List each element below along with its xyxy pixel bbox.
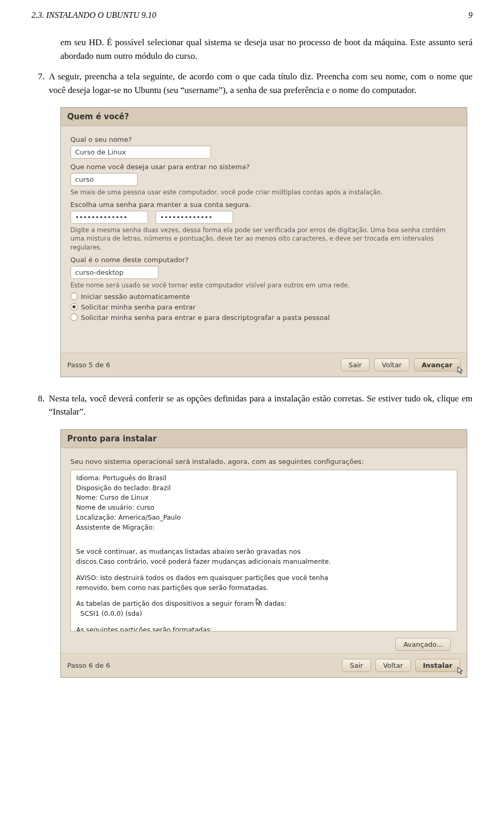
install-button[interactable]: Instalar	[415, 659, 460, 672]
help-hostname: Este nome será usado se você tornar este…	[70, 281, 457, 289]
dialog-title: Pronto para instalar	[61, 430, 467, 448]
input-fullname[interactable]: Curso de Linux	[70, 146, 211, 159]
radio-requirepw[interactable]: Solicitar minha senha para entrar	[70, 303, 457, 311]
partition-device: SCSI1 (0,0,0) (sda)	[76, 609, 452, 619]
step-text: Nesta tela, você deverá conferir se as o…	[49, 392, 472, 419]
label-username: Que nome você deseja usar para entrar no…	[70, 163, 457, 171]
help-password: Digite a mesma senha duas vezes, dessa f…	[70, 226, 457, 252]
page-number: 9	[468, 11, 472, 20]
cfg-location: Localização: America/Sao_Paulo	[76, 513, 452, 523]
back-button[interactable]: Voltar	[374, 358, 410, 371]
summary-box: Idioma: Português do Brasil Disposição d…	[70, 470, 457, 632]
format-header: As seguintes partições serão formatadas:	[76, 625, 452, 632]
section-title: 2.3. INSTALANDO O UBUNTU 9.10	[32, 11, 156, 20]
page-header: 2.3. INSTALANDO O UBUNTU 9.10 9	[32, 11, 472, 20]
warning-continue-2: discos.Caso contrário, você poderá fazer…	[76, 557, 452, 567]
input-hostname[interactable]: curso-desktop	[70, 266, 159, 279]
radio-autologin[interactable]: Iniciar sessão automaticamente	[70, 293, 457, 301]
dialog-title: Quem é você?	[61, 108, 467, 126]
installer-ready-to-install: Pronto para instalar Seu novo sistema op…	[60, 429, 467, 678]
input-password2[interactable]: •••••••••••••	[155, 211, 233, 224]
input-username[interactable]: curso	[70, 173, 138, 186]
installer-who-are-you: Quem é você? Qual o seu nome? Curso de L…	[60, 107, 467, 377]
button-bar: Passo 5 de 6 Sair Voltar Avançar	[61, 353, 467, 377]
warning-destroy-2: removido, bem como nas partições que ser…	[76, 583, 452, 593]
cursor-icon	[457, 667, 464, 675]
label-fullname: Qual o seu nome?	[70, 136, 457, 143]
radio-label: Iniciar sessão automaticamente	[81, 293, 190, 301]
summary-intro: Seu novo sistema operacional será instal…	[70, 458, 457, 466]
cursor-icon	[457, 366, 464, 375]
radio-label: Solicitar minha senha para entrar e para…	[81, 314, 330, 322]
input-password1[interactable]: •••••••••••••	[70, 211, 148, 224]
warning-continue-1: Se você continuar, as mudanças listadas …	[76, 547, 452, 557]
radio-icon	[70, 314, 78, 321]
cfg-language: Idioma: Português do Brasil	[76, 473, 452, 483]
cfg-migration: Assistente de Migração:	[76, 523, 452, 533]
label-password: Escolha uma senha para manter a sua cont…	[70, 201, 457, 209]
step-8: 8. Nesta tela, você deverá conferir se a…	[32, 392, 472, 419]
cfg-name: Nome: Curso de Linux	[76, 493, 452, 503]
radio-label: Solicitar minha senha para entrar	[81, 303, 196, 311]
step-7: 7. A seguir, preencha a tela seguinte, d…	[32, 70, 472, 97]
radio-icon	[70, 293, 78, 300]
back-button[interactable]: Voltar	[375, 659, 411, 672]
step-indicator: Passo 6 de 6	[67, 661, 338, 669]
step-number: 7.	[32, 70, 45, 97]
radio-encrypt[interactable]: Solicitar minha senha para entrar e para…	[70, 314, 457, 322]
cursor-icon	[256, 598, 262, 606]
step-text: A seguir, preencha a tela seguinte, de a…	[49, 70, 472, 97]
partition-tables-header: As tabelas de partição dos dispositivos …	[76, 599, 452, 609]
forward-button[interactable]: Avançar	[414, 358, 460, 371]
step-indicator: Passo 5 de 6	[67, 361, 337, 369]
label-hostname: Qual é o nome deste computador?	[70, 256, 457, 264]
cfg-keyboard: Disposição do teclado: Brazil	[76, 483, 452, 493]
quit-button[interactable]: Sair	[342, 659, 371, 672]
quit-button[interactable]: Sair	[341, 358, 370, 371]
radio-icon	[70, 303, 78, 311]
step-number: 8.	[32, 392, 45, 419]
button-bar: Passo 6 de 6 Sair Voltar Instalar	[61, 653, 467, 677]
advanced-button[interactable]: Avançado...	[395, 638, 451, 651]
help-username: Se mais de uma pessoa usar este computad…	[70, 188, 457, 197]
cfg-username: Nome de usuário: curso	[76, 503, 452, 513]
warning-destroy-1: AVISO: Isto destruirá todos os dados em …	[76, 573, 452, 583]
intro-paragraph: em seu HD. É possível selecionar qual si…	[60, 36, 472, 63]
